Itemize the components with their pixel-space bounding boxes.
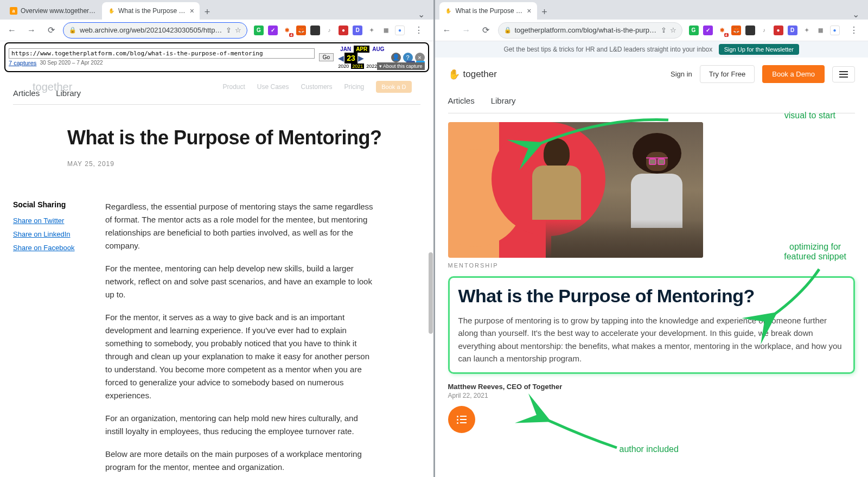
- paragraph: For an organization, mentoring can help …: [105, 412, 376, 438]
- tab-article[interactable]: ✋ What is the Purpose of Mento ×: [439, 2, 537, 20]
- extension-icon[interactable]: ♪: [760, 26, 769, 35]
- extension-icon[interactable]: ✦: [367, 26, 376, 35]
- new-tab-button[interactable]: +: [200, 4, 215, 20]
- wayback-url-input[interactable]: [9, 48, 315, 59]
- arrow-icon: [541, 415, 622, 455]
- paragraph: For the mentee, mentoring can help devel…: [105, 262, 376, 301]
- logo[interactable]: ✋ together: [448, 68, 497, 80]
- extension-icon[interactable]: ✱4: [282, 26, 292, 35]
- chrome-menu-icon[interactable]: ⋮: [411, 25, 426, 35]
- cur-month: APR: [354, 46, 369, 53]
- favicon-together: ✋: [107, 7, 115, 15]
- hand-icon: ✋: [448, 68, 460, 80]
- close-icon[interactable]: ×: [190, 7, 194, 15]
- author-byline: Matthew Reeves, CEO of Together April 22…: [435, 383, 869, 399]
- extension-icon[interactable]: ✓: [703, 26, 713, 35]
- extension-icon[interactable]: ▦: [381, 26, 391, 35]
- lock-icon: 🔒: [69, 27, 76, 34]
- chevron-down-icon[interactable]: ⌄: [852, 9, 859, 20]
- extension-icon[interactable]: ●: [395, 26, 405, 35]
- next-arrow-icon[interactable]: ▶: [358, 54, 364, 62]
- prev-arrow-icon[interactable]: ◀: [338, 54, 344, 62]
- capture-day: 23: [344, 53, 358, 63]
- extension-icon[interactable]: ●: [830, 26, 840, 35]
- hero-section: MENTORSHIP: [435, 122, 869, 269]
- tab-title: What is the Purpose of Mentor: [118, 7, 187, 15]
- extension-icon[interactable]: [310, 26, 320, 35]
- share-icon[interactable]: ⇪: [661, 26, 667, 34]
- extension-icon[interactable]: D: [353, 26, 362, 35]
- chrome-menu-icon[interactable]: ⋮: [846, 25, 861, 35]
- tab-title: What is the Purpose of Mento: [456, 7, 524, 15]
- chevron-down-icon[interactable]: ⌄: [418, 9, 425, 20]
- prev-year[interactable]: 2020: [338, 63, 349, 69]
- extension-icon[interactable]: G: [254, 26, 264, 35]
- nav-item[interactable]: Use Cases: [257, 83, 289, 91]
- next-year[interactable]: 2022: [366, 63, 377, 69]
- extension-icon[interactable]: ✱4: [717, 26, 727, 35]
- nav-item[interactable]: Pricing: [344, 83, 365, 91]
- extension-icon[interactable]: ✓: [268, 26, 278, 35]
- new-tab-button[interactable]: +: [537, 4, 552, 20]
- address-bar[interactable]: 🔒 web.archive.org/web/20210423030505/htt…: [63, 22, 247, 39]
- nav-item[interactable]: Customers: [301, 83, 333, 91]
- extension-icon[interactable]: G: [689, 26, 699, 35]
- tab-library[interactable]: Library: [491, 96, 516, 105]
- page-content: Get the best tips & tricks for HR and L&…: [435, 41, 869, 477]
- publish-date: April 22, 2021: [448, 392, 856, 399]
- nav-item[interactable]: Product: [223, 83, 245, 91]
- share-facebook[interactable]: Share on Facebook: [13, 244, 84, 252]
- social-heading: Social Sharing: [13, 200, 84, 209]
- extension-icon[interactable]: 🦊: [731, 26, 741, 35]
- table-of-contents-button[interactable]: [448, 406, 475, 433]
- extension-icon[interactable]: ♪: [324, 26, 334, 35]
- extension-icon[interactable]: D: [788, 26, 797, 35]
- share-twitter[interactable]: Share on Twitter: [13, 217, 84, 225]
- about-capture[interactable]: ▾About this capture: [377, 62, 425, 70]
- tab-articles[interactable]: Articles: [448, 96, 475, 105]
- tab-article[interactable]: ✋ What is the Purpose of Mentor ×: [102, 2, 200, 20]
- extension-icon[interactable]: ●: [339, 26, 348, 35]
- share-icon[interactable]: ⇪: [226, 26, 232, 34]
- extension-icon[interactable]: ✦: [802, 26, 812, 35]
- address-bar[interactable]: 🔒 togetherplatform.com/blog/what-is-the-…: [498, 22, 682, 39]
- bookmark-icon[interactable]: ☆: [235, 26, 241, 34]
- tab-strip: ✋ What is the Purpose of Mento × + ⌄: [435, 0, 869, 20]
- reload-button[interactable]: ⟳: [43, 23, 59, 38]
- article-body: Regardless, the essential purpose of men…: [105, 200, 376, 477]
- back-button[interactable]: ←: [439, 23, 455, 38]
- extension-icon[interactable]: [745, 26, 755, 35]
- featured-snippet-box: What is the Purpose of Mentoring? The pu…: [448, 276, 856, 374]
- book-demo-button[interactable]: Book a Demo: [762, 65, 825, 83]
- wayback-graph-icon[interactable]: 👤: [391, 53, 401, 62]
- lock-icon: 🔒: [504, 27, 512, 34]
- close-icon[interactable]: ×: [527, 7, 531, 15]
- page-content: together ProductUse CasesCustomersPricin…: [0, 73, 433, 477]
- prev-month[interactable]: JAN: [338, 46, 353, 53]
- logo-text: together: [463, 69, 497, 80]
- promo-banner: Get the best tips & tricks for HR and L&…: [435, 41, 869, 58]
- sign-in-link[interactable]: Sign in: [671, 70, 692, 78]
- cur-year: 2021: [351, 63, 364, 69]
- captures-link[interactable]: 7 captures: [9, 60, 36, 66]
- try-free-button[interactable]: Try for Free: [700, 65, 755, 83]
- reload-button[interactable]: ⟳: [478, 23, 494, 38]
- bookmark-icon[interactable]: ☆: [670, 26, 676, 34]
- next-month[interactable]: AUG: [370, 46, 386, 53]
- book-demo-bg[interactable]: Book a D: [376, 81, 411, 93]
- extension-icon[interactable]: 🦊: [296, 26, 306, 35]
- signup-newsletter-button[interactable]: Sign Up for the Newsletter: [719, 44, 799, 55]
- share-linkedin[interactable]: Share on LinkedIn: [13, 230, 84, 238]
- back-button[interactable]: ←: [4, 23, 20, 38]
- favicon-together: ✋: [445, 7, 452, 15]
- go-button[interactable]: Go: [319, 53, 334, 61]
- extension-icon[interactable]: ●: [774, 26, 783, 35]
- toolbar: ← → ⟳ 🔒 togetherplatform.com/blog/what-i…: [435, 20, 869, 41]
- extension-icon[interactable]: ▦: [816, 26, 826, 35]
- forward-button[interactable]: →: [24, 23, 39, 38]
- banner-text: Get the best tips & tricks for HR and L&…: [503, 46, 712, 53]
- menu-button[interactable]: [832, 66, 855, 82]
- tab-overview[interactable]: a Overview www.togetherplatfor: [4, 2, 102, 20]
- forward-button[interactable]: →: [459, 23, 474, 38]
- scrollbar-thumb[interactable]: [429, 252, 433, 334]
